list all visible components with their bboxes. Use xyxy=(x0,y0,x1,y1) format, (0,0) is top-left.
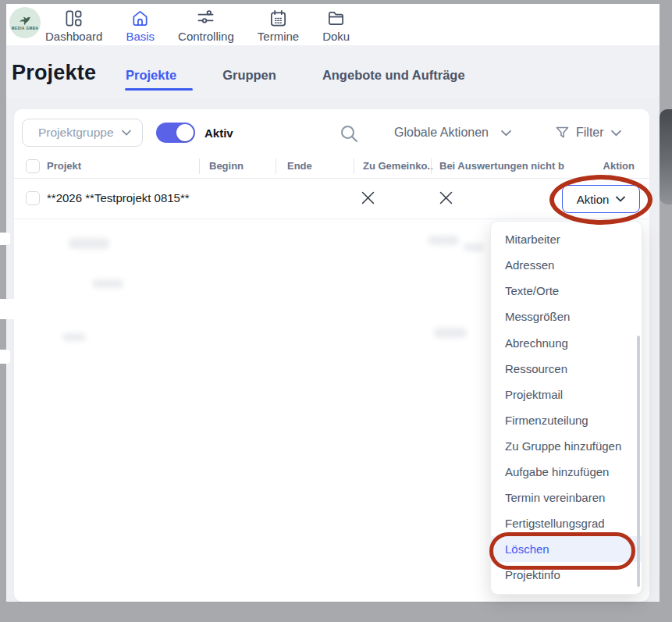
dove-icon xyxy=(18,16,32,27)
left-edge-artifact xyxy=(0,350,10,364)
menu-item-aufgabe-hinzufuegen[interactable]: Aufgabe hinzufügen xyxy=(491,459,642,485)
nav-item-doku[interactable]: Doku xyxy=(322,9,350,43)
nav-label: Dashboard xyxy=(45,30,102,43)
column-divider xyxy=(199,158,200,174)
tab-projekte[interactable]: Projekte xyxy=(126,68,176,97)
column-divider xyxy=(276,158,276,174)
menu-item-adressen[interactable]: Adressen xyxy=(491,252,642,278)
toggle-knob xyxy=(176,124,194,141)
blurred-artifact xyxy=(92,279,123,288)
dashboard-icon xyxy=(65,9,83,27)
logo-text: MEDIA GMBH xyxy=(12,27,38,30)
column-aktion: Aktion xyxy=(603,160,635,172)
filter-dropdown[interactable]: Filter xyxy=(556,126,621,140)
project-name: **2026 **Testprojekt 0815** xyxy=(47,191,190,204)
sliders-icon xyxy=(197,9,215,27)
projektgruppe-select[interactable]: Projektgruppe xyxy=(22,119,143,147)
company-logo[interactable]: MEDIA GMBH xyxy=(9,7,41,38)
column-projekt: Projekt xyxy=(47,160,81,172)
row-action-button[interactable]: Aktion xyxy=(562,185,640,213)
action-dropdown-menu: Mitarbeiter Adressen Texte/Orte Messgröß… xyxy=(490,221,642,595)
page-tabs: Projekte Gruppen Angebote und Aufträge xyxy=(126,68,465,97)
blurred-artifact xyxy=(434,328,467,338)
x-mark-icon xyxy=(439,190,453,208)
left-edge-artifact xyxy=(0,233,10,245)
action-button-label: Aktion xyxy=(577,193,610,206)
nav-label: Controlling xyxy=(178,30,234,43)
home-icon xyxy=(131,9,149,27)
menu-item-zu-gruppe-hinzufuegen[interactable]: Zu Gruppe hinzufügen xyxy=(491,433,642,459)
left-edge-artifact xyxy=(0,299,17,319)
menu-item-ressourcen[interactable]: Ressourcen xyxy=(491,356,642,382)
page-title: Projekte xyxy=(12,61,96,85)
global-actions-label: Globale Aktionen xyxy=(394,126,489,140)
nav-item-termine[interactable]: Termine xyxy=(258,9,299,43)
projektgruppe-label: Projektgruppe xyxy=(38,126,114,140)
table-row: **2026 **Testprojekt 0815** Aktion xyxy=(14,178,649,219)
menu-item-firmenzuteilung[interactable]: Firmenzuteilung xyxy=(491,407,642,433)
row-checkbox[interactable] xyxy=(26,191,40,205)
x-mark-icon xyxy=(361,190,375,208)
tab-gruppen[interactable]: Gruppen xyxy=(222,68,276,97)
menu-scrollbar-thumb[interactable] xyxy=(637,336,640,587)
column-bei-auswertungen: Bei Auswertungen nicht b xyxy=(439,160,564,172)
column-ende: Ende xyxy=(287,160,312,172)
nav-label: Doku xyxy=(322,30,350,43)
table-header: Projekt Beginn Ende Zu Gemeinko.. Bei Au… xyxy=(14,156,649,179)
nav-label: Termine xyxy=(258,30,299,43)
chevron-down-icon xyxy=(611,130,621,137)
aktiv-toggle[interactable] xyxy=(156,123,195,143)
search-icon[interactable] xyxy=(340,125,358,146)
menu-scroll-area: Abrechnung Ressourcen Projektmail Firmen… xyxy=(491,335,642,590)
menu-item-termin-vereinbaren[interactable]: Termin vereinbaren xyxy=(491,485,642,510)
calendar-icon xyxy=(269,9,287,27)
nav-label: Basis xyxy=(126,30,155,43)
menu-item-abrechnung[interactable]: Abrechnung xyxy=(491,335,642,356)
tab-angebote-und-auftraege[interactable]: Angebote und Aufträge xyxy=(322,68,465,97)
app-screenshot: MEDIA GMBH Dashboard Basis xyxy=(0,0,672,622)
column-zu-gemeinkosten: Zu Gemeinko.. xyxy=(363,160,433,172)
blurred-artifact xyxy=(428,236,459,245)
chevron-down-icon xyxy=(501,130,511,137)
aktiv-toggle-label: Aktiv xyxy=(204,126,233,140)
blurred-artifact xyxy=(69,238,109,249)
column-beginn: Beginn xyxy=(209,160,244,172)
chevron-down-icon xyxy=(616,196,625,202)
menu-item-loeschen[interactable]: Löschen xyxy=(491,536,642,562)
main-nav: Dashboard Basis Controlling xyxy=(45,9,350,43)
funnel-icon xyxy=(556,126,569,139)
column-divider xyxy=(431,158,432,174)
select-all-checkbox[interactable] xyxy=(26,159,40,173)
menu-item-texte-orte[interactable]: Texte/Orte xyxy=(491,278,642,304)
nav-item-dashboard[interactable]: Dashboard xyxy=(45,9,102,43)
nav-item-controlling[interactable]: Controlling xyxy=(178,9,234,43)
menu-item-mitarbeiter[interactable]: Mitarbeiter xyxy=(491,226,642,252)
chevron-down-icon xyxy=(122,130,131,136)
global-actions-dropdown[interactable]: Globale Aktionen xyxy=(394,126,511,140)
blurred-artifact xyxy=(62,333,86,341)
menu-item-projektinfo[interactable]: Projektinfo xyxy=(491,562,642,588)
column-divider xyxy=(354,158,354,174)
blurred-artifact xyxy=(464,243,484,251)
menu-section-top: Mitarbeiter Adressen Texte/Orte Messgröß… xyxy=(491,226,642,329)
right-edge-panel-artifact xyxy=(660,109,672,204)
folder-icon xyxy=(327,9,345,27)
nav-item-basis[interactable]: Basis xyxy=(126,9,155,43)
menu-item-fertigstellungsgrad[interactable]: Fertigstellungsgrad xyxy=(491,510,642,536)
menu-item-messgroessen[interactable]: Messgrößen xyxy=(491,304,642,329)
menu-item-projektmail[interactable]: Projektmail xyxy=(491,382,642,407)
filter-label: Filter xyxy=(576,126,604,140)
